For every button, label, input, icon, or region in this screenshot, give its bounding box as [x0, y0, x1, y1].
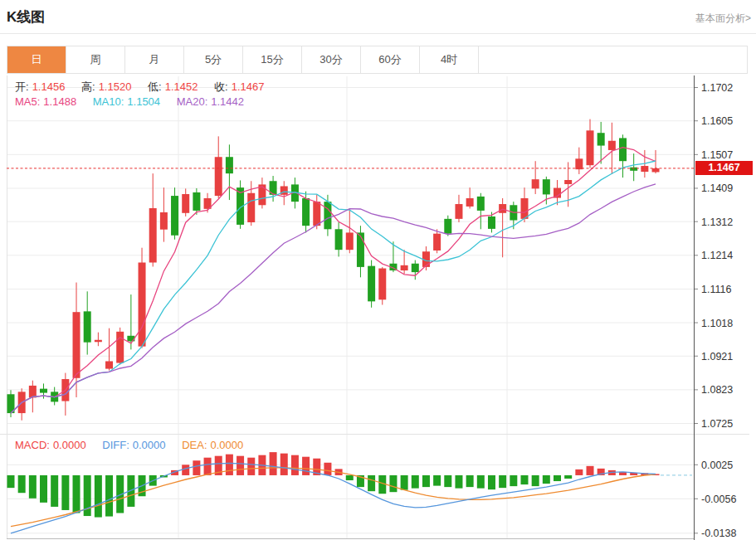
- macd-bar: [18, 475, 26, 493]
- price-axis-label: 1.1312: [701, 216, 733, 228]
- macd-bar: [554, 475, 561, 481]
- candle-body: [597, 133, 605, 145]
- candle-body: [29, 386, 37, 398]
- macd-readout: MACD:0.0000 DIFF:0.0000 DEA:0.0000: [15, 439, 246, 451]
- price-axis-label: 1.1507: [701, 149, 733, 161]
- ma20-label: MA20:: [177, 95, 208, 108]
- macd-bar: [105, 475, 113, 517]
- macd-bar: [280, 454, 288, 475]
- ma10-label: MA10:: [93, 95, 124, 108]
- macd-bar: [510, 475, 517, 486]
- macd-bar: [51, 475, 58, 507]
- candle-body: [466, 198, 474, 207]
- candle-body: [520, 198, 528, 219]
- candle-body: [73, 312, 80, 378]
- macd-bar: [29, 475, 37, 499]
- candle-body: [368, 266, 375, 302]
- macd-bar: [422, 475, 430, 487]
- candle-body: [575, 158, 583, 169]
- ma-readout: MA5:1.1488 MA10:1.1504 MA20:1.1442: [15, 95, 247, 108]
- candle-body: [357, 232, 364, 266]
- macd-bar: [40, 475, 47, 503]
- candle-body: [412, 264, 419, 272]
- macd-bar: [401, 475, 408, 490]
- candle-body: [608, 141, 616, 150]
- macd-bar: [499, 475, 506, 488]
- candle-body: [280, 186, 288, 194]
- macd-value: 0.0000: [53, 439, 86, 451]
- candle-body: [149, 208, 157, 262]
- macd-bar: [455, 475, 462, 489]
- high-value: 1.1520: [99, 80, 132, 93]
- macd-bar: [95, 475, 102, 518]
- low-label: 低:: [148, 80, 162, 93]
- macd-bar: [302, 457, 310, 475]
- macd-bar: [324, 463, 331, 475]
- candle-body: [346, 232, 354, 250]
- price-axis-label: 1.1214: [701, 250, 733, 261]
- candle-body: [619, 138, 627, 161]
- macd-bar: [247, 458, 255, 475]
- ma20-value: 1.1442: [211, 95, 244, 108]
- macd-label: MACD:: [15, 439, 50, 451]
- macd-bar: [61, 475, 69, 510]
- candle-body: [378, 269, 386, 300]
- price-axis-label: 1.1409: [701, 182, 733, 194]
- candle-body: [564, 180, 572, 184]
- candle-body: [215, 157, 222, 196]
- candle-body: [160, 212, 168, 230]
- macd-bar: [237, 456, 244, 475]
- candle-body: [105, 361, 113, 368]
- last-price-tag: 1.1467: [695, 161, 753, 175]
- candle-body: [455, 204, 462, 219]
- candle-body: [488, 216, 495, 229]
- candle-body: [302, 198, 310, 226]
- candle-body: [226, 157, 233, 173]
- macd-bar: [587, 466, 594, 475]
- open-value: 1.1456: [32, 80, 66, 93]
- macd-bar: [488, 475, 495, 489]
- macd-axis-label: -0.0056: [701, 494, 736, 505]
- macd-bar: [575, 469, 583, 475]
- macd-bar: [564, 475, 572, 479]
- macd-bar: [270, 452, 277, 475]
- candle-body: [171, 196, 178, 236]
- candle-body: [247, 193, 255, 222]
- macd-bar: [389, 475, 397, 492]
- close-label: 收:: [214, 80, 228, 93]
- macd-bar: [543, 475, 550, 484]
- low-value: 1.1452: [165, 80, 198, 93]
- high-label: 高:: [81, 80, 95, 93]
- candle-body: [499, 204, 506, 213]
- candle-body: [324, 202, 331, 229]
- macd-bar: [204, 458, 212, 475]
- candle-body: [477, 197, 485, 211]
- price-axis-label: 1.1702: [701, 82, 733, 94]
- price-axis-label: 1.1018: [701, 318, 733, 329]
- open-label: 开:: [15, 80, 29, 93]
- candle-body: [40, 389, 47, 393]
- macd-bar: [291, 455, 299, 475]
- price-axis-label: 1.0725: [701, 418, 733, 430]
- macd-axis-label: 0.0025: [701, 460, 733, 471]
- candle-body: [95, 340, 102, 342]
- macd-bar: [433, 475, 441, 486]
- macd-bar: [73, 475, 80, 513]
- candle-body: [587, 130, 594, 165]
- dea-value: 0.0000: [211, 439, 244, 451]
- macd-bar: [444, 475, 451, 487]
- price-axis-label: 1.0823: [701, 384, 733, 396]
- candle-body: [532, 179, 539, 188]
- macd-bar: [368, 475, 375, 491]
- macd-bar: [532, 475, 539, 486]
- ma5-line: [11, 148, 656, 414]
- macd-bar: [466, 475, 474, 487]
- macd-bar: [412, 475, 419, 489]
- macd-bar: [477, 475, 485, 489]
- diff-value: 0.0000: [133, 439, 166, 451]
- macd-bar: [346, 475, 354, 480]
- macd-bar: [226, 455, 233, 475]
- dea-label: DEA:: [182, 439, 207, 451]
- price-axis-label: 1.0921: [701, 351, 733, 362]
- candle-body: [335, 229, 343, 250]
